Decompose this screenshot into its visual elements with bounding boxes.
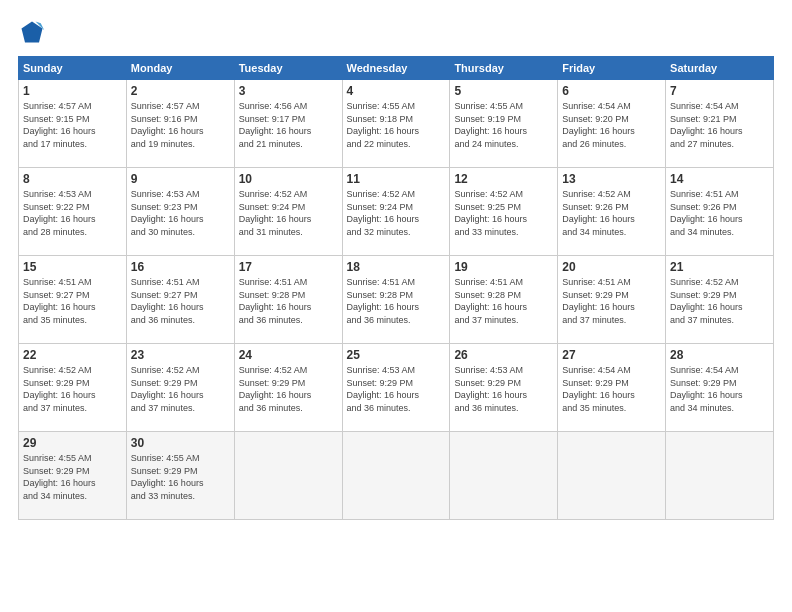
day-number: 8 [23, 172, 122, 186]
day-number: 4 [347, 84, 446, 98]
logo [18, 18, 50, 46]
day-number: 19 [454, 260, 553, 274]
day-number: 14 [670, 172, 769, 186]
day-of-week-friday: Friday [558, 57, 666, 80]
day-number: 27 [562, 348, 661, 362]
day-info: Sunrise: 4:51 AM Sunset: 9:27 PM Dayligh… [23, 276, 122, 326]
day-info: Sunrise: 4:53 AM Sunset: 9:29 PM Dayligh… [347, 364, 446, 414]
day-number: 16 [131, 260, 230, 274]
calendar-cell: 3Sunrise: 4:56 AM Sunset: 9:17 PM Daylig… [234, 80, 342, 168]
calendar-cell: 24Sunrise: 4:52 AM Sunset: 9:29 PM Dayli… [234, 344, 342, 432]
calendar-cell: 19Sunrise: 4:51 AM Sunset: 9:28 PM Dayli… [450, 256, 558, 344]
calendar-week-2: 8Sunrise: 4:53 AM Sunset: 9:22 PM Daylig… [19, 168, 774, 256]
day-of-week-tuesday: Tuesday [234, 57, 342, 80]
calendar-cell: 23Sunrise: 4:52 AM Sunset: 9:29 PM Dayli… [126, 344, 234, 432]
calendar-cell: 21Sunrise: 4:52 AM Sunset: 9:29 PM Dayli… [666, 256, 774, 344]
day-number: 22 [23, 348, 122, 362]
day-info: Sunrise: 4:55 AM Sunset: 9:29 PM Dayligh… [23, 452, 122, 502]
day-info: Sunrise: 4:53 AM Sunset: 9:29 PM Dayligh… [454, 364, 553, 414]
day-number: 11 [347, 172, 446, 186]
calendar-cell [450, 432, 558, 520]
calendar-week-5: 29Sunrise: 4:55 AM Sunset: 9:29 PM Dayli… [19, 432, 774, 520]
calendar-cell: 11Sunrise: 4:52 AM Sunset: 9:24 PM Dayli… [342, 168, 450, 256]
calendar-week-3: 15Sunrise: 4:51 AM Sunset: 9:27 PM Dayli… [19, 256, 774, 344]
calendar-cell: 4Sunrise: 4:55 AM Sunset: 9:18 PM Daylig… [342, 80, 450, 168]
calendar-cell: 25Sunrise: 4:53 AM Sunset: 9:29 PM Dayli… [342, 344, 450, 432]
day-info: Sunrise: 4:52 AM Sunset: 9:29 PM Dayligh… [131, 364, 230, 414]
day-number: 2 [131, 84, 230, 98]
day-number: 30 [131, 436, 230, 450]
day-number: 17 [239, 260, 338, 274]
calendar-cell: 28Sunrise: 4:54 AM Sunset: 9:29 PM Dayli… [666, 344, 774, 432]
calendar-cell [666, 432, 774, 520]
day-number: 25 [347, 348, 446, 362]
day-info: Sunrise: 4:52 AM Sunset: 9:29 PM Dayligh… [239, 364, 338, 414]
day-number: 18 [347, 260, 446, 274]
calendar-cell: 16Sunrise: 4:51 AM Sunset: 9:27 PM Dayli… [126, 256, 234, 344]
calendar-cell: 12Sunrise: 4:52 AM Sunset: 9:25 PM Dayli… [450, 168, 558, 256]
calendar-cell: 26Sunrise: 4:53 AM Sunset: 9:29 PM Dayli… [450, 344, 558, 432]
day-info: Sunrise: 4:57 AM Sunset: 9:15 PM Dayligh… [23, 100, 122, 150]
calendar-body: 1Sunrise: 4:57 AM Sunset: 9:15 PM Daylig… [19, 80, 774, 520]
calendar-week-4: 22Sunrise: 4:52 AM Sunset: 9:29 PM Dayli… [19, 344, 774, 432]
calendar-cell: 14Sunrise: 4:51 AM Sunset: 9:26 PM Dayli… [666, 168, 774, 256]
day-of-week-saturday: Saturday [666, 57, 774, 80]
page-header [18, 18, 774, 46]
day-info: Sunrise: 4:55 AM Sunset: 9:18 PM Dayligh… [347, 100, 446, 150]
day-number: 1 [23, 84, 122, 98]
day-info: Sunrise: 4:51 AM Sunset: 9:27 PM Dayligh… [131, 276, 230, 326]
calendar-table: SundayMondayTuesdayWednesdayThursdayFrid… [18, 56, 774, 520]
day-info: Sunrise: 4:56 AM Sunset: 9:17 PM Dayligh… [239, 100, 338, 150]
day-info: Sunrise: 4:51 AM Sunset: 9:26 PM Dayligh… [670, 188, 769, 238]
calendar-cell: 22Sunrise: 4:52 AM Sunset: 9:29 PM Dayli… [19, 344, 127, 432]
day-number: 5 [454, 84, 553, 98]
day-info: Sunrise: 4:52 AM Sunset: 9:29 PM Dayligh… [670, 276, 769, 326]
day-number: 28 [670, 348, 769, 362]
day-info: Sunrise: 4:52 AM Sunset: 9:24 PM Dayligh… [239, 188, 338, 238]
day-number: 23 [131, 348, 230, 362]
calendar-cell: 5Sunrise: 4:55 AM Sunset: 9:19 PM Daylig… [450, 80, 558, 168]
calendar-cell: 15Sunrise: 4:51 AM Sunset: 9:27 PM Dayli… [19, 256, 127, 344]
day-number: 15 [23, 260, 122, 274]
day-info: Sunrise: 4:53 AM Sunset: 9:23 PM Dayligh… [131, 188, 230, 238]
calendar-cell: 30Sunrise: 4:55 AM Sunset: 9:29 PM Dayli… [126, 432, 234, 520]
day-info: Sunrise: 4:54 AM Sunset: 9:29 PM Dayligh… [670, 364, 769, 414]
day-info: Sunrise: 4:54 AM Sunset: 9:21 PM Dayligh… [670, 100, 769, 150]
day-number: 7 [670, 84, 769, 98]
calendar-header: SundayMondayTuesdayWednesdayThursdayFrid… [19, 57, 774, 80]
calendar-cell: 18Sunrise: 4:51 AM Sunset: 9:28 PM Dayli… [342, 256, 450, 344]
day-info: Sunrise: 4:52 AM Sunset: 9:25 PM Dayligh… [454, 188, 553, 238]
day-number: 13 [562, 172, 661, 186]
day-of-week-sunday: Sunday [19, 57, 127, 80]
calendar-cell [342, 432, 450, 520]
day-number: 12 [454, 172, 553, 186]
day-info: Sunrise: 4:53 AM Sunset: 9:22 PM Dayligh… [23, 188, 122, 238]
calendar-cell: 13Sunrise: 4:52 AM Sunset: 9:26 PM Dayli… [558, 168, 666, 256]
day-info: Sunrise: 4:51 AM Sunset: 9:28 PM Dayligh… [454, 276, 553, 326]
day-info: Sunrise: 4:51 AM Sunset: 9:29 PM Dayligh… [562, 276, 661, 326]
calendar-cell: 29Sunrise: 4:55 AM Sunset: 9:29 PM Dayli… [19, 432, 127, 520]
calendar-cell: 2Sunrise: 4:57 AM Sunset: 9:16 PM Daylig… [126, 80, 234, 168]
day-info: Sunrise: 4:51 AM Sunset: 9:28 PM Dayligh… [347, 276, 446, 326]
day-info: Sunrise: 4:52 AM Sunset: 9:26 PM Dayligh… [562, 188, 661, 238]
day-info: Sunrise: 4:57 AM Sunset: 9:16 PM Dayligh… [131, 100, 230, 150]
day-number: 10 [239, 172, 338, 186]
calendar-cell: 10Sunrise: 4:52 AM Sunset: 9:24 PM Dayli… [234, 168, 342, 256]
calendar-cell: 1Sunrise: 4:57 AM Sunset: 9:15 PM Daylig… [19, 80, 127, 168]
day-number: 9 [131, 172, 230, 186]
day-info: Sunrise: 4:52 AM Sunset: 9:29 PM Dayligh… [23, 364, 122, 414]
calendar-cell: 7Sunrise: 4:54 AM Sunset: 9:21 PM Daylig… [666, 80, 774, 168]
day-number: 21 [670, 260, 769, 274]
day-number: 24 [239, 348, 338, 362]
day-of-week-thursday: Thursday [450, 57, 558, 80]
day-of-week-monday: Monday [126, 57, 234, 80]
day-info: Sunrise: 4:54 AM Sunset: 9:20 PM Dayligh… [562, 100, 661, 150]
day-info: Sunrise: 4:55 AM Sunset: 9:19 PM Dayligh… [454, 100, 553, 150]
day-of-week-wednesday: Wednesday [342, 57, 450, 80]
calendar-cell: 20Sunrise: 4:51 AM Sunset: 9:29 PM Dayli… [558, 256, 666, 344]
calendar-cell: 6Sunrise: 4:54 AM Sunset: 9:20 PM Daylig… [558, 80, 666, 168]
day-number: 26 [454, 348, 553, 362]
day-number: 3 [239, 84, 338, 98]
calendar-cell: 8Sunrise: 4:53 AM Sunset: 9:22 PM Daylig… [19, 168, 127, 256]
calendar-cell [558, 432, 666, 520]
